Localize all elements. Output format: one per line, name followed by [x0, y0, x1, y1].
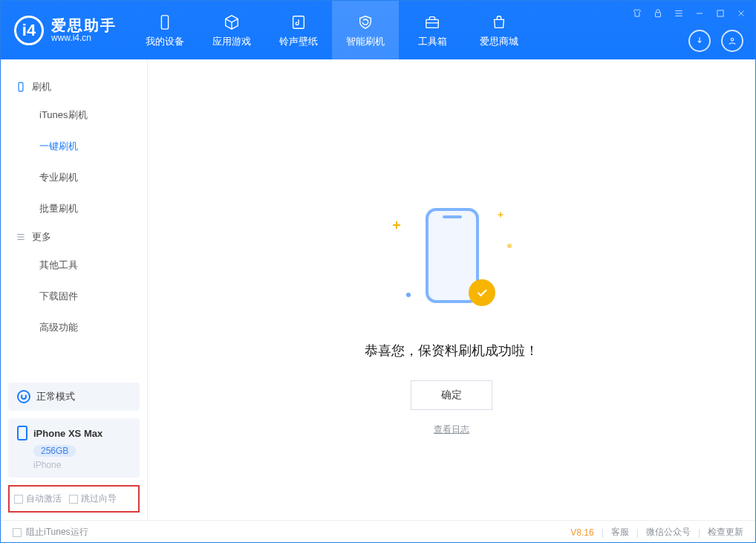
- sidebar: 刷机 iTunes刷机 一键刷机 专业刷机 批量刷机 更多 其他工具 下载固件 …: [1, 59, 148, 520]
- sidebar-item-other-tools[interactable]: 其他工具: [1, 250, 147, 281]
- svg-rect-3: [656, 13, 661, 17]
- nav-label: 爱思商城: [480, 35, 518, 48]
- user-button[interactable]: [721, 30, 743, 52]
- checkbox-icon: [14, 495, 23, 504]
- sparkle-icon: [499, 213, 502, 216]
- nav-label: 我的设备: [146, 35, 184, 48]
- music-note-icon: [289, 13, 308, 32]
- svg-rect-4: [717, 10, 723, 16]
- view-log-link[interactable]: 查看日志: [434, 423, 469, 436]
- footer-link-check-update[interactable]: 检查更新: [708, 526, 743, 539]
- main-nav: 我的设备 应用游戏 铃声壁纸 智能刷机 工具箱 爱思商城: [131, 1, 532, 59]
- titlebar: i4 爱思助手 www.i4.cn 我的设备 应用游戏 铃声壁纸 智能刷机 工具…: [1, 1, 755, 59]
- checkbox-block-itunes[interactable]: 阻止iTunes运行: [13, 526, 88, 539]
- device-name: iPhone XS Max: [33, 428, 102, 439]
- menu-icon[interactable]: [672, 7, 685, 20]
- svg-rect-0: [161, 15, 168, 28]
- sidebar-item-download-firmware[interactable]: 下载固件: [1, 281, 147, 312]
- sidebar-item-batch-flash[interactable]: 批量刷机: [1, 193, 147, 224]
- app-site: www.i4.cn: [51, 33, 117, 43]
- download-button[interactable]: [688, 30, 711, 52]
- nav-label: 工具箱: [418, 35, 447, 48]
- cube-icon: [222, 13, 241, 32]
- sidebar-item-oneclick-flash[interactable]: 一键刷机: [1, 131, 147, 162]
- toolbox-icon: [423, 13, 442, 32]
- sidebar-section-more: 更多: [1, 224, 147, 250]
- device-storage-badge: 256GB: [33, 445, 76, 457]
- nav-label: 铃声壁纸: [279, 35, 318, 48]
- device-icon: [155, 13, 175, 32]
- dot-icon: [406, 293, 411, 297]
- refresh-shield-icon: [356, 13, 375, 32]
- nav-label: 应用游戏: [212, 35, 251, 48]
- sidebar-item-itunes-flash[interactable]: iTunes刷机: [1, 100, 147, 131]
- tshirt-icon[interactable]: [630, 7, 644, 20]
- nav-apps-games[interactable]: 应用游戏: [198, 1, 265, 59]
- mode-label: 正常模式: [36, 390, 75, 403]
- success-illustration: [411, 208, 492, 319]
- svg-point-5: [731, 39, 734, 42]
- nav-store[interactable]: 爱思商城: [466, 1, 532, 59]
- svg-rect-6: [19, 82, 23, 91]
- main-content: 恭喜您，保资料刷机成功啦！ 确定 查看日志: [148, 59, 755, 520]
- nav-toolbox[interactable]: 工具箱: [399, 1, 466, 59]
- checkbox-auto-activate[interactable]: 自动激活: [14, 492, 62, 505]
- svg-rect-2: [426, 19, 439, 27]
- dot-icon: [507, 244, 512, 248]
- app-body: 刷机 iTunes刷机 一键刷机 专业刷机 批量刷机 更多 其他工具 下载固件 …: [1, 59, 755, 520]
- nav-smart-flash[interactable]: 智能刷机: [332, 1, 399, 59]
- status-bar: 阻止iTunes运行 V8.16 | 客服 | 微信公众号 | 检查更新: [1, 520, 755, 543]
- flash-options-box: 自动激活 跳过向导: [8, 485, 140, 513]
- close-icon[interactable]: [734, 7, 748, 20]
- checkbox-icon: [69, 495, 78, 504]
- device-card[interactable]: iPhone XS Max 256GB iPhone: [8, 418, 140, 478]
- checkbox-label: 跳过向导: [81, 492, 117, 505]
- device-mode-card[interactable]: 正常模式: [8, 383, 140, 411]
- device-type: iPhone: [33, 460, 131, 470]
- phone-outline-icon: [16, 82, 26, 92]
- footer-link-wechat[interactable]: 微信公众号: [646, 526, 691, 539]
- list-icon: [16, 232, 26, 242]
- user-controls: [688, 30, 743, 52]
- checkmark-badge-icon: [469, 279, 495, 306]
- section-title: 更多: [32, 230, 51, 244]
- version-label: V8.16: [570, 527, 593, 538]
- checkbox-skip-guide[interactable]: 跳过向导: [69, 492, 117, 505]
- app-logo: i4 爱思助手 www.i4.cn: [14, 1, 117, 59]
- nav-my-device[interactable]: 我的设备: [131, 1, 198, 59]
- success-message: 恭喜您，保资料刷机成功啦！: [365, 342, 538, 360]
- logo-badge-icon: i4: [14, 16, 44, 45]
- sidebar-item-advanced[interactable]: 高级功能: [1, 312, 147, 343]
- app-name: 爱思助手: [51, 17, 117, 33]
- sidebar-item-pro-flash[interactable]: 专业刷机: [1, 162, 147, 193]
- shopping-bag-icon: [489, 13, 509, 32]
- sparkle-icon: [394, 223, 399, 227]
- nav-label: 智能刷机: [346, 35, 385, 48]
- window-controls: [630, 7, 748, 20]
- checkbox-label: 自动激活: [26, 492, 62, 505]
- maximize-icon[interactable]: [714, 7, 727, 20]
- ok-button[interactable]: 确定: [411, 380, 492, 410]
- minimize-icon[interactable]: [693, 7, 706, 20]
- nav-ringtones-wallpapers[interactable]: 铃声壁纸: [265, 1, 332, 59]
- lock-icon[interactable]: [651, 7, 665, 20]
- mode-icon: [17, 390, 30, 403]
- footer-link-support[interactable]: 客服: [611, 526, 629, 539]
- checkbox-label: 阻止iTunes运行: [26, 526, 88, 539]
- phone-icon: [17, 426, 27, 440]
- section-title: 刷机: [32, 80, 51, 94]
- checkbox-icon: [13, 528, 22, 537]
- sidebar-section-flash: 刷机: [1, 74, 147, 100]
